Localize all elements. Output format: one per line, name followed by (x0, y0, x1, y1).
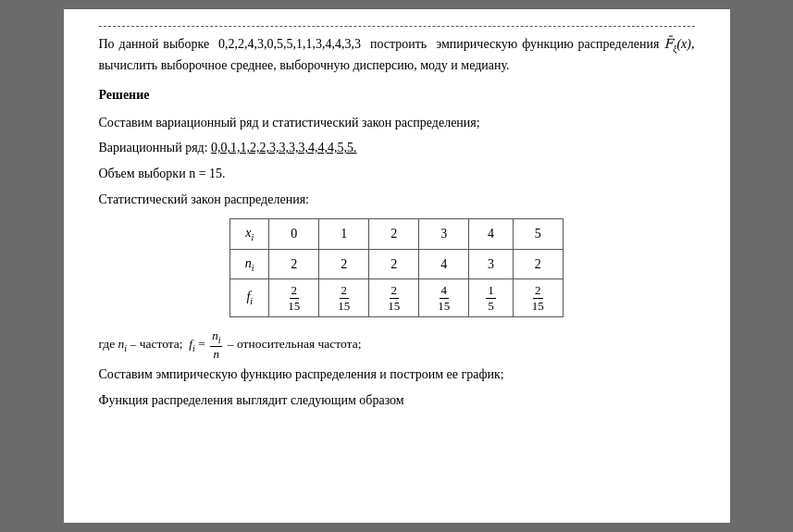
fraction-f3-num: 4 (440, 283, 450, 299)
header-ni: ni (230, 249, 269, 278)
footer-fraction: ni n (210, 328, 222, 361)
intro-text-line1: По данной выборке 0,2,2,4,3,0,5,5,1,1,3,… (99, 37, 695, 72)
cell-f4: 1 5 (469, 279, 514, 317)
table-wrapper: xi 0 1 2 3 4 5 ni 2 2 2 4 3 2 fi (99, 218, 695, 317)
fraction-f2-num: 2 (390, 283, 400, 299)
para1: Составим вариационный ряд и статистическ… (99, 113, 695, 133)
footer-line1: где ni – частота; fi = ni n – относитель… (99, 328, 695, 361)
footer-fi-label: fi (189, 337, 195, 351)
top-divider (99, 26, 695, 27)
cell-x4: 4 (469, 219, 514, 249)
fraction-f3-den: 15 (436, 299, 452, 314)
fraction-f4-num: 1 (486, 283, 496, 299)
fraction-f1-den: 15 (336, 299, 352, 314)
header-xi: xi (230, 219, 269, 249)
cell-f5: 2 15 (513, 279, 563, 317)
fraction-f1: 2 15 (336, 283, 352, 313)
table-row-n: ni 2 2 2 4 3 2 (230, 249, 564, 278)
table-row-f: fi 2 15 2 15 2 15 (230, 279, 564, 317)
fraction-f0-den: 15 (286, 299, 302, 314)
cell-f2: 2 15 (369, 279, 419, 317)
footer-line2: Составим эмпирическую функцию распределе… (99, 365, 695, 385)
para2-values: 0,0,1,1,2,2,3,3,3,3,4,4,4,5,5. (211, 141, 357, 155)
cell-x3: 3 (419, 219, 469, 249)
para2: Вариационный ряд: 0,0,1,1,2,2,3,3,3,3,4,… (99, 138, 695, 158)
fraction-f2: 2 15 (386, 283, 402, 313)
page: По данной выборке 0,2,2,4,3,0,5,5,1,1,3,… (64, 9, 730, 523)
fraction-f3: 4 15 (436, 283, 452, 313)
fraction-f1-num: 2 (340, 283, 350, 299)
para3: Объем выборки n = 15. (99, 164, 695, 184)
fraction-f0-num: 2 (290, 283, 300, 299)
cell-x1: 1 (319, 219, 369, 249)
footer-line3: Функция распределения выглядит следующим… (99, 390, 695, 411)
para4: Статистический закон распределения: (99, 190, 695, 210)
fraction-f4: 1 5 (486, 283, 496, 313)
fraction-f5-den: 15 (530, 299, 546, 314)
intro-paragraph: По данной выборке 0,2,2,4,3,0,5,5,1,1,3,… (99, 34, 695, 76)
cell-x0: 0 (269, 219, 319, 249)
cell-x2: 2 (369, 219, 419, 249)
footer-frac-num: ni (210, 328, 222, 347)
cell-n4: 3 (469, 249, 514, 278)
cell-f0: 2 15 (269, 279, 319, 317)
fraction-f5-num: 2 (533, 283, 543, 299)
cell-x5: 5 (513, 219, 563, 249)
stat-table: xi 0 1 2 3 4 5 ni 2 2 2 4 3 2 fi (229, 218, 564, 317)
para2-prefix: Вариационный ряд: (99, 141, 212, 155)
solution-title: Решение (99, 85, 695, 105)
header-fi: fi (230, 279, 269, 317)
cell-n2: 2 (369, 249, 419, 278)
cell-n1: 2 (319, 249, 369, 278)
fraction-f0: 2 15 (286, 283, 302, 313)
cell-f1: 2 15 (319, 279, 369, 317)
cell-n3: 4 (419, 249, 469, 278)
footer-ni-label: ni (118, 337, 128, 351)
fraction-f5: 2 15 (530, 283, 546, 313)
fraction-f4-den: 5 (486, 299, 496, 314)
cell-f3: 4 15 (419, 279, 469, 317)
table-row-x: xi 0 1 2 3 4 5 (230, 219, 564, 249)
footer-frac-den: n (212, 347, 222, 362)
cell-n0: 2 (269, 249, 319, 278)
fraction-f2-den: 15 (386, 299, 402, 314)
cell-n5: 2 (513, 249, 563, 278)
